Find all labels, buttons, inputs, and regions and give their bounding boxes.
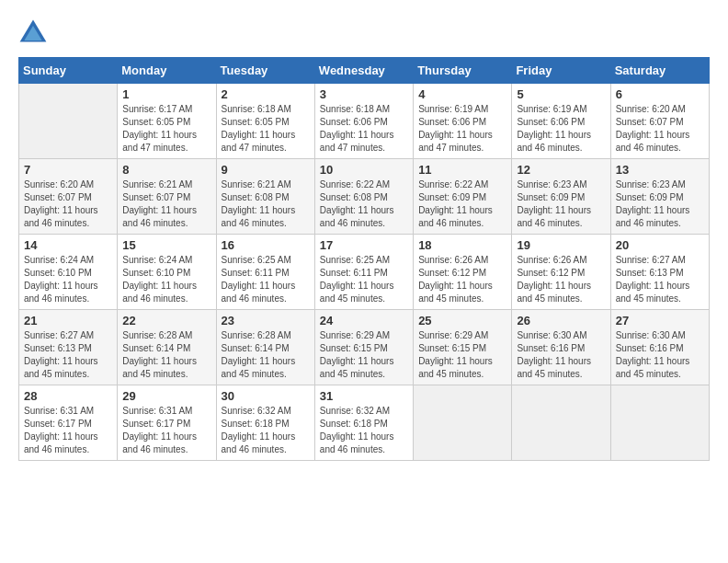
day-number: 24 — [320, 314, 408, 327]
weekday-header-row: SundayMondayTuesdayWednesdayThursdayFrid… — [19, 58, 710, 84]
calendar-cell: 1Sunrise: 6:17 AMSunset: 6:05 PMDaylight… — [118, 84, 216, 159]
week-row-3: 14Sunrise: 6:24 AMSunset: 6:10 PMDayligh… — [19, 235, 710, 310]
logo-icon — [18, 18, 48, 48]
day-info: Sunrise: 6:27 AMSunset: 6:13 PMDaylight:… — [616, 254, 704, 305]
calendar-cell — [610, 385, 709, 461]
day-info: Sunrise: 6:28 AMSunset: 6:14 PMDaylight:… — [122, 329, 210, 381]
day-info: Sunrise: 6:30 AMSunset: 6:16 PMDaylight:… — [517, 329, 605, 381]
day-info: Sunrise: 6:19 AMSunset: 6:06 PMDaylight:… — [418, 103, 506, 155]
calendar-cell: 5Sunrise: 6:19 AMSunset: 6:06 PMDaylight… — [512, 84, 610, 159]
day-info: Sunrise: 6:19 AMSunset: 6:06 PMDaylight:… — [517, 103, 605, 155]
day-number: 22 — [122, 314, 210, 327]
day-info: Sunrise: 6:29 AMSunset: 6:15 PMDaylight:… — [320, 329, 408, 381]
weekday-header-saturday: Saturday — [610, 58, 709, 84]
calendar-cell: 4Sunrise: 6:19 AMSunset: 6:06 PMDaylight… — [414, 84, 512, 159]
day-info: Sunrise: 6:17 AMSunset: 6:05 PMDaylight:… — [122, 103, 210, 155]
day-info: Sunrise: 6:21 AMSunset: 6:07 PMDaylight:… — [122, 178, 210, 230]
day-number: 26 — [517, 314, 605, 327]
calendar-cell — [414, 385, 512, 461]
week-row-1: 1Sunrise: 6:17 AMSunset: 6:05 PMDaylight… — [19, 84, 710, 159]
calendar-table: SundayMondayTuesdayWednesdayThursdayFrid… — [18, 57, 710, 461]
day-number: 11 — [418, 163, 506, 177]
day-number: 28 — [24, 389, 112, 403]
day-number: 29 — [122, 389, 210, 403]
calendar-cell: 14Sunrise: 6:24 AMSunset: 6:10 PMDayligh… — [19, 235, 118, 310]
day-info: Sunrise: 6:22 AMSunset: 6:08 PMDaylight:… — [320, 178, 408, 230]
calendar-cell — [512, 385, 610, 461]
day-number: 5 — [517, 87, 605, 101]
day-number: 10 — [320, 163, 408, 177]
day-number: 21 — [24, 314, 112, 327]
week-row-2: 7Sunrise: 6:20 AMSunset: 6:07 PMDaylight… — [19, 159, 710, 235]
weekday-header-thursday: Thursday — [414, 58, 512, 84]
calendar-cell: 10Sunrise: 6:22 AMSunset: 6:08 PMDayligh… — [314, 159, 413, 235]
calendar-cell: 7Sunrise: 6:20 AMSunset: 6:07 PMDaylight… — [19, 159, 118, 235]
day-info: Sunrise: 6:18 AMSunset: 6:05 PMDaylight:… — [222, 103, 310, 155]
day-info: Sunrise: 6:23 AMSunset: 6:09 PMDaylight:… — [616, 178, 704, 230]
day-info: Sunrise: 6:18 AMSunset: 6:06 PMDaylight:… — [320, 103, 408, 155]
day-info: Sunrise: 6:32 AMSunset: 6:18 PMDaylight:… — [222, 405, 310, 456]
calendar-cell: 21Sunrise: 6:27 AMSunset: 6:13 PMDayligh… — [19, 310, 118, 385]
calendar-cell: 18Sunrise: 6:26 AMSunset: 6:12 PMDayligh… — [414, 235, 512, 310]
calendar-cell: 11Sunrise: 6:22 AMSunset: 6:09 PMDayligh… — [414, 159, 512, 235]
day-info: Sunrise: 6:25 AMSunset: 6:11 PMDaylight:… — [222, 254, 310, 305]
calendar-cell: 23Sunrise: 6:28 AMSunset: 6:14 PMDayligh… — [216, 310, 314, 385]
day-number: 7 — [24, 163, 112, 177]
day-info: Sunrise: 6:27 AMSunset: 6:13 PMDaylight:… — [24, 329, 112, 381]
calendar-cell: 27Sunrise: 6:30 AMSunset: 6:16 PMDayligh… — [610, 310, 709, 385]
day-number: 3 — [320, 87, 408, 101]
day-info: Sunrise: 6:20 AMSunset: 6:07 PMDaylight:… — [24, 178, 112, 230]
calendar-cell: 17Sunrise: 6:25 AMSunset: 6:11 PMDayligh… — [314, 235, 413, 310]
day-info: Sunrise: 6:20 AMSunset: 6:07 PMDaylight:… — [616, 103, 704, 155]
day-info: Sunrise: 6:26 AMSunset: 6:12 PMDaylight:… — [517, 254, 605, 305]
weekday-header-tuesday: Tuesday — [216, 58, 314, 84]
calendar-cell: 20Sunrise: 6:27 AMSunset: 6:13 PMDayligh… — [610, 235, 709, 310]
day-info: Sunrise: 6:31 AMSunset: 6:17 PMDaylight:… — [122, 405, 210, 456]
day-info: Sunrise: 6:21 AMSunset: 6:08 PMDaylight:… — [222, 178, 310, 230]
calendar-cell: 30Sunrise: 6:32 AMSunset: 6:18 PMDayligh… — [216, 385, 314, 461]
day-number: 18 — [418, 238, 506, 252]
day-number: 12 — [517, 163, 605, 177]
calendar-cell: 12Sunrise: 6:23 AMSunset: 6:09 PMDayligh… — [512, 159, 610, 235]
logo — [18, 18, 51, 48]
calendar-cell: 25Sunrise: 6:29 AMSunset: 6:15 PMDayligh… — [414, 310, 512, 385]
weekday-header-sunday: Sunday — [19, 58, 118, 84]
weekday-header-friday: Friday — [512, 58, 610, 84]
weekday-header-wednesday: Wednesday — [314, 58, 413, 84]
day-info: Sunrise: 6:30 AMSunset: 6:16 PMDaylight:… — [616, 329, 704, 381]
day-info: Sunrise: 6:24 AMSunset: 6:10 PMDaylight:… — [24, 254, 112, 305]
calendar-cell: 16Sunrise: 6:25 AMSunset: 6:11 PMDayligh… — [216, 235, 314, 310]
calendar-cell: 22Sunrise: 6:28 AMSunset: 6:14 PMDayligh… — [118, 310, 216, 385]
calendar-cell: 24Sunrise: 6:29 AMSunset: 6:15 PMDayligh… — [314, 310, 413, 385]
calendar-cell: 6Sunrise: 6:20 AMSunset: 6:07 PMDaylight… — [610, 84, 709, 159]
day-number: 20 — [616, 238, 704, 252]
calendar-cell: 29Sunrise: 6:31 AMSunset: 6:17 PMDayligh… — [118, 385, 216, 461]
weekday-header-monday: Monday — [118, 58, 216, 84]
day-number: 25 — [418, 314, 506, 327]
week-row-4: 21Sunrise: 6:27 AMSunset: 6:13 PMDayligh… — [19, 310, 710, 385]
calendar-cell: 2Sunrise: 6:18 AMSunset: 6:05 PMDaylight… — [216, 84, 314, 159]
calendar-cell: 26Sunrise: 6:30 AMSunset: 6:16 PMDayligh… — [512, 310, 610, 385]
day-info: Sunrise: 6:26 AMSunset: 6:12 PMDaylight:… — [418, 254, 506, 305]
day-number: 4 — [418, 87, 506, 101]
calendar-cell: 8Sunrise: 6:21 AMSunset: 6:07 PMDaylight… — [118, 159, 216, 235]
day-info: Sunrise: 6:25 AMSunset: 6:11 PMDaylight:… — [320, 254, 408, 305]
calendar-cell: 28Sunrise: 6:31 AMSunset: 6:17 PMDayligh… — [19, 385, 118, 461]
day-info: Sunrise: 6:22 AMSunset: 6:09 PMDaylight:… — [418, 178, 506, 230]
day-number: 30 — [222, 389, 310, 403]
calendar-cell: 19Sunrise: 6:26 AMSunset: 6:12 PMDayligh… — [512, 235, 610, 310]
day-number: 1 — [122, 87, 210, 101]
calendar-cell: 3Sunrise: 6:18 AMSunset: 6:06 PMDaylight… — [314, 84, 413, 159]
day-number: 15 — [122, 238, 210, 252]
day-info: Sunrise: 6:23 AMSunset: 6:09 PMDaylight:… — [517, 178, 605, 230]
day-number: 23 — [222, 314, 310, 327]
day-number: 14 — [24, 238, 112, 252]
day-number: 19 — [517, 238, 605, 252]
day-info: Sunrise: 6:24 AMSunset: 6:10 PMDaylight:… — [122, 254, 210, 305]
day-info: Sunrise: 6:32 AMSunset: 6:18 PMDaylight:… — [320, 405, 408, 456]
day-number: 8 — [122, 163, 210, 177]
day-info: Sunrise: 6:28 AMSunset: 6:14 PMDaylight:… — [222, 329, 310, 381]
day-number: 9 — [222, 163, 310, 177]
day-number: 2 — [222, 87, 310, 101]
day-number: 27 — [616, 314, 704, 327]
